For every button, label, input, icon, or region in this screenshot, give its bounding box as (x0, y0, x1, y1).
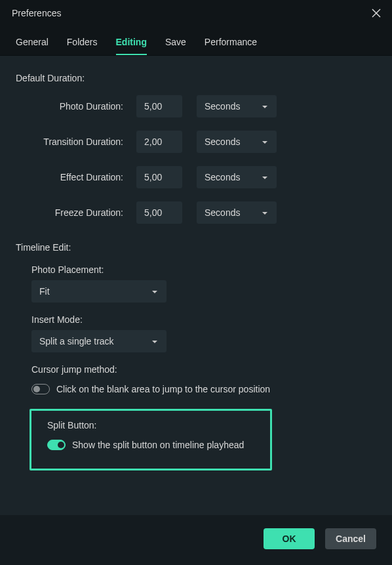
split-button-highlight: Split Button: Show the split button on t… (29, 409, 272, 471)
effect-duration-unit-select[interactable]: Seconds (197, 166, 277, 188)
timeline-edit-section: Photo Placement: Fit Insert Mode: Split … (31, 264, 376, 471)
effect-duration-unit-value: Seconds (205, 172, 240, 182)
freeze-duration-row: Freeze Duration: Seconds (16, 201, 376, 224)
photo-duration-unit-value: Seconds (205, 101, 240, 112)
photo-duration-input[interactable] (136, 95, 182, 117)
transition-duration-row: Transition Duration: Seconds (16, 131, 376, 153)
transition-duration-unit-select[interactable]: Seconds (197, 131, 277, 153)
freeze-duration-label: Freeze Duration: (16, 207, 136, 218)
toggle-knob (58, 442, 64, 448)
insert-mode-select[interactable]: Split a single track (31, 330, 167, 352)
chevron-down-icon (151, 287, 159, 295)
default-duration-heading: Default Duration: (16, 73, 376, 83)
cursor-jump-toggle-label: Click on the blank area to jump to the c… (56, 384, 270, 394)
tab-save[interactable]: Save (165, 31, 186, 55)
chevron-down-icon (261, 102, 269, 110)
titlebar: Preferences (0, 0, 392, 25)
freeze-duration-unit-select[interactable]: Seconds (197, 201, 277, 224)
close-button[interactable] (370, 7, 383, 20)
transition-duration-unit-value: Seconds (205, 136, 240, 147)
cursor-jump-label: Cursor jump method: (31, 364, 376, 375)
cancel-button[interactable]: Cancel (325, 528, 376, 549)
footer-buttons: OK Cancel (264, 528, 376, 549)
content-pane: Default Duration: Photo Duration: Second… (0, 56, 392, 515)
split-button-toggle-label: Show the split button on timeline playhe… (72, 440, 244, 450)
effect-duration-row: Effect Duration: Seconds (16, 166, 376, 188)
split-button-label: Split Button: (47, 420, 254, 430)
insert-mode-value: Split a single track (39, 336, 114, 346)
tab-editing[interactable]: Editing (116, 31, 147, 55)
photo-duration-unit-select[interactable]: Seconds (197, 95, 277, 117)
tab-general[interactable]: General (16, 31, 49, 55)
ok-button[interactable]: OK (264, 528, 315, 549)
photo-placement-label: Photo Placement: (31, 264, 376, 275)
timeline-edit-heading: Timeline Edit: (16, 242, 376, 253)
photo-duration-row: Photo Duration: Seconds (16, 95, 376, 117)
chevron-down-icon (261, 173, 269, 181)
photo-duration-label: Photo Duration: (16, 101, 136, 112)
freeze-duration-unit-value: Seconds (205, 207, 240, 218)
chevron-down-icon (261, 138, 269, 146)
photo-placement-select[interactable]: Fit (31, 280, 167, 303)
freeze-duration-input[interactable] (136, 201, 182, 224)
cursor-jump-toggle[interactable] (31, 384, 50, 394)
tab-bar: General Folders Editing Save Performance (0, 25, 392, 56)
insert-mode-label: Insert Mode: (31, 314, 376, 325)
effect-duration-input[interactable] (136, 166, 182, 188)
close-icon (372, 9, 381, 18)
chevron-down-icon (151, 337, 159, 345)
split-button-toggle[interactable] (47, 440, 66, 450)
tab-folders[interactable]: Folders (67, 31, 98, 55)
photo-placement-value: Fit (39, 286, 50, 297)
window-title: Preferences (12, 8, 61, 18)
effect-duration-label: Effect Duration: (16, 172, 136, 182)
split-button-toggle-row: Show the split button on timeline playhe… (47, 440, 254, 450)
chevron-down-icon (261, 209, 269, 217)
transition-duration-label: Transition Duration: (16, 136, 136, 147)
transition-duration-input[interactable] (136, 131, 182, 153)
toggle-knob (33, 386, 40, 392)
tab-performance[interactable]: Performance (205, 31, 257, 55)
cursor-jump-toggle-row: Click on the blank area to jump to the c… (31, 384, 376, 394)
